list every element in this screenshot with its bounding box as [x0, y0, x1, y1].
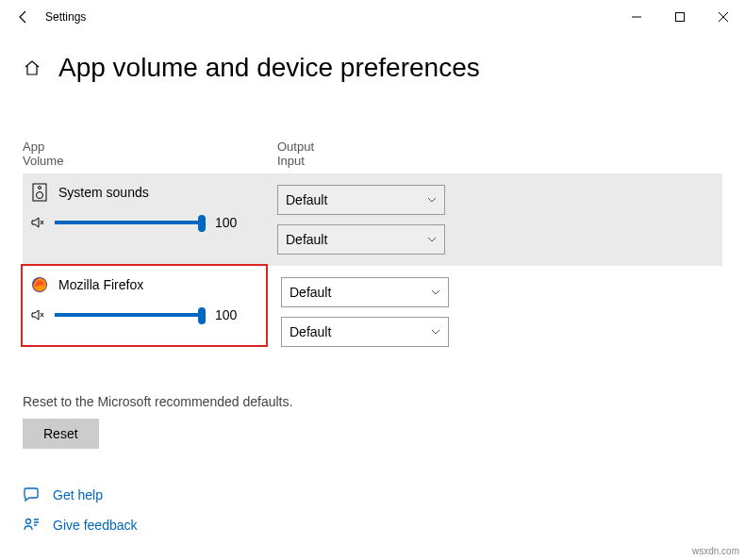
col-header-output: Output [277, 140, 456, 154]
chevron-down-icon [431, 329, 440, 335]
output-dropdown[interactable]: Default [281, 277, 449, 307]
get-help-link[interactable]: Get help [53, 487, 103, 502]
chevron-down-icon [427, 237, 437, 242]
col-header-app: App [23, 140, 277, 154]
window-controls [615, 2, 745, 32]
give-feedback-link[interactable]: Give feedback [53, 518, 138, 533]
chat-icon [23, 486, 40, 503]
dropdown-value: Default [286, 192, 327, 207]
content: App Volume Output Input System sounds 10… [0, 92, 745, 534]
firefox-icon [30, 275, 49, 294]
input-dropdown[interactable]: Default [281, 317, 449, 347]
mute-icon[interactable] [30, 307, 45, 322]
col-header-input: Input [277, 154, 456, 168]
volume-slider[interactable] [55, 305, 206, 324]
header: App volume and device preferences [0, 34, 745, 92]
page-title: App volume and device preferences [58, 53, 480, 83]
volume-slider[interactable] [55, 213, 206, 232]
col-header-volume: Volume [23, 154, 277, 168]
volume-value: 100 [215, 215, 241, 230]
close-button[interactable] [702, 2, 745, 32]
maximize-button[interactable] [658, 2, 702, 32]
maximize-icon [675, 12, 685, 22]
svg-point-3 [39, 187, 41, 189]
chevron-down-icon [431, 289, 440, 295]
home-icon[interactable] [23, 58, 41, 77]
column-headers: App Volume Output Input [23, 140, 722, 168]
close-icon [719, 12, 728, 22]
chevron-down-icon [427, 197, 437, 203]
volume-value: 100 [215, 307, 241, 322]
svg-point-4 [37, 192, 43, 199]
app-title: Settings [45, 10, 86, 24]
feedback-icon [23, 517, 40, 534]
dropdown-value: Default [286, 232, 327, 247]
dropdown-value: Default [290, 285, 331, 300]
reset-button[interactable]: Reset [23, 419, 99, 449]
back-button[interactable] [9, 3, 38, 31]
input-dropdown[interactable]: Default [277, 224, 445, 255]
reset-description: Reset to the Microsoft recommended defau… [23, 394, 722, 409]
arrow-left-icon [16, 9, 31, 25]
dropdown-value: Default [290, 324, 331, 339]
svg-point-6 [26, 519, 31, 524]
watermark: wsxdn.com [692, 546, 739, 556]
mute-icon[interactable] [30, 215, 45, 230]
minimize-button[interactable] [615, 2, 658, 32]
links-section: Get help Give feedback [23, 486, 722, 534]
speaker-device-icon [30, 183, 49, 202]
svg-rect-1 [676, 13, 685, 22]
app-row-system-sounds: System sounds 100 Default Default [23, 173, 722, 266]
app-name: System sounds [58, 185, 149, 200]
reset-section: Reset to the Microsoft recommended defau… [23, 394, 722, 449]
output-dropdown[interactable]: Default [277, 185, 445, 215]
titlebar: Settings [0, 0, 745, 34]
app-name: Mozilla Firefox [58, 277, 143, 292]
app-row-mozilla-firefox: Mozilla Firefox 100 [21, 264, 268, 347]
minimize-icon [632, 12, 641, 22]
